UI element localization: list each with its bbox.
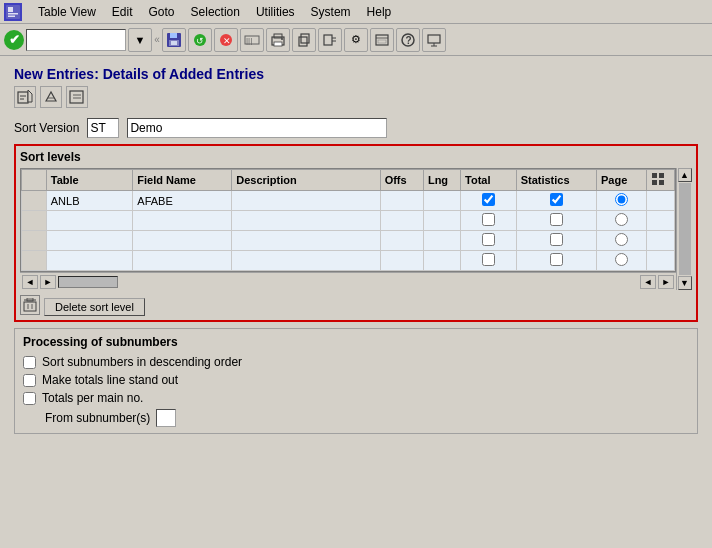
menu-selection[interactable]: Selection <box>183 3 248 21</box>
vscroll-down[interactable]: ▼ <box>678 276 692 290</box>
dropdown-btn[interactable]: ▼ <box>128 28 152 52</box>
hscroll-thumb[interactable] <box>58 276 118 288</box>
cb-main[interactable] <box>23 392 36 405</box>
svg-rect-42 <box>24 302 36 311</box>
svg-marker-34 <box>28 90 32 102</box>
row2-page[interactable] <box>597 211 646 231</box>
svg-text:?: ? <box>406 35 412 46</box>
from-subnumber-row: From subnumber(s) <box>45 409 689 427</box>
row2-lng[interactable] <box>423 211 460 231</box>
row3-statistics[interactable] <box>516 231 596 251</box>
row1-description[interactable] <box>232 191 380 211</box>
print-btn[interactable] <box>266 28 290 52</box>
title-btn-1[interactable] <box>14 86 36 108</box>
delete-icon-box <box>20 295 40 315</box>
delete-sort-level-button[interactable]: Delete sort level <box>44 298 145 316</box>
menu-help[interactable]: Help <box>359 3 400 21</box>
hscroll-left[interactable]: ◄ <box>22 275 38 289</box>
row3-total[interactable] <box>461 231 517 251</box>
row3-page[interactable] <box>597 231 646 251</box>
row3-extra <box>646 231 675 251</box>
vscroll-up[interactable]: ▲ <box>678 168 692 182</box>
row4-total[interactable] <box>461 251 517 271</box>
row4-page[interactable] <box>597 251 646 271</box>
svg-rect-18 <box>299 37 307 46</box>
menu-utilities[interactable]: Utilities <box>248 3 303 21</box>
svg-text:↺: ↺ <box>196 36 204 46</box>
monitor-btn[interactable] <box>422 28 446 52</box>
row1-fieldname[interactable]: AFABE <box>133 191 232 211</box>
title-section: New Entries: Details of Added Entries <box>8 62 704 114</box>
shortcut-btn-3[interactable]: ||| <box>240 28 264 52</box>
row2-table[interactable] <box>46 211 133 231</box>
settings-btn[interactable]: ⚙ <box>344 28 368 52</box>
row2-fieldname[interactable] <box>133 211 232 231</box>
menu-goto[interactable]: Goto <box>141 3 183 21</box>
row1-table[interactable]: ANLB <box>46 191 133 211</box>
vscroll-thumb[interactable] <box>679 183 691 275</box>
menu-table-view[interactable]: Table View <box>30 3 104 21</box>
svg-point-17 <box>281 38 283 40</box>
hscroll-left2[interactable]: ◄ <box>640 275 656 289</box>
svg-rect-28 <box>428 35 440 43</box>
col-statistics: Statistics <box>516 170 596 191</box>
command-input[interactable] <box>26 29 126 51</box>
sort-table: Table Field Name Description Offs Lng To… <box>21 169 675 271</box>
cb-totals-label: Make totals line stand out <box>42 373 178 387</box>
row3-lng[interactable] <box>423 231 460 251</box>
row1-lng[interactable] <box>423 191 460 211</box>
settings2-btn[interactable] <box>370 28 394 52</box>
row4-description[interactable] <box>232 251 380 271</box>
table-row <box>22 231 675 251</box>
row4-offs[interactable] <box>380 251 423 271</box>
shortcut-btn-1[interactable]: ↺ <box>188 28 212 52</box>
row2-total[interactable] <box>461 211 517 231</box>
svg-rect-2 <box>8 13 18 15</box>
processing-title: Processing of subnumbers <box>23 335 689 349</box>
hscroll-right2[interactable]: ► <box>658 275 674 289</box>
row3-offs[interactable] <box>380 231 423 251</box>
menu-edit[interactable]: Edit <box>104 3 141 21</box>
copy-btn[interactable] <box>292 28 316 52</box>
shortcut-btn-2[interactable]: ✕ <box>214 28 238 52</box>
row3-description[interactable] <box>232 231 380 251</box>
form-row: Sort Version <box>8 114 704 144</box>
row2-statistics[interactable] <box>516 211 596 231</box>
row3-table[interactable] <box>46 231 133 251</box>
cb-descending[interactable] <box>23 356 36 369</box>
save-btn[interactable] <box>162 28 186 52</box>
confirm-button[interactable]: ✔ <box>4 30 24 50</box>
row4-statistics[interactable] <box>516 251 596 271</box>
col-extra <box>646 170 675 191</box>
row1-offs[interactable] <box>380 191 423 211</box>
sort-version-name[interactable] <box>127 118 387 138</box>
row1-extra <box>646 191 675 211</box>
row2-offs[interactable] <box>380 211 423 231</box>
copy2-btn[interactable] <box>318 28 342 52</box>
row1-total[interactable] <box>461 191 517 211</box>
hscroll-right[interactable]: ► <box>40 275 56 289</box>
main-content: New Entries: Details of Added Entries <box>0 56 712 440</box>
help-btn[interactable]: ? <box>396 28 420 52</box>
row-num-1 <box>22 191 47 211</box>
row4-fieldname[interactable] <box>133 251 232 271</box>
cb-totals[interactable] <box>23 374 36 387</box>
sort-version-code[interactable] <box>87 118 119 138</box>
row1-page[interactable] <box>597 191 646 211</box>
svg-rect-5 <box>170 33 177 38</box>
svg-text:|||: ||| <box>246 36 252 45</box>
table-row <box>22 251 675 271</box>
sort-levels-container: Sort levels Table Field Name Description… <box>14 144 698 322</box>
svg-rect-1 <box>8 7 13 12</box>
svg-rect-19 <box>301 34 309 43</box>
title-btn-2[interactable] <box>40 86 62 108</box>
row4-table[interactable] <box>46 251 133 271</box>
menu-system[interactable]: System <box>303 3 359 21</box>
row1-statistics[interactable] <box>516 191 596 211</box>
row2-description[interactable] <box>232 211 380 231</box>
from-subnumber-input[interactable] <box>156 409 176 427</box>
row4-lng[interactable] <box>423 251 460 271</box>
title-btn-3[interactable] <box>66 86 88 108</box>
svg-rect-31 <box>18 92 28 103</box>
row3-fieldname[interactable] <box>133 231 232 251</box>
